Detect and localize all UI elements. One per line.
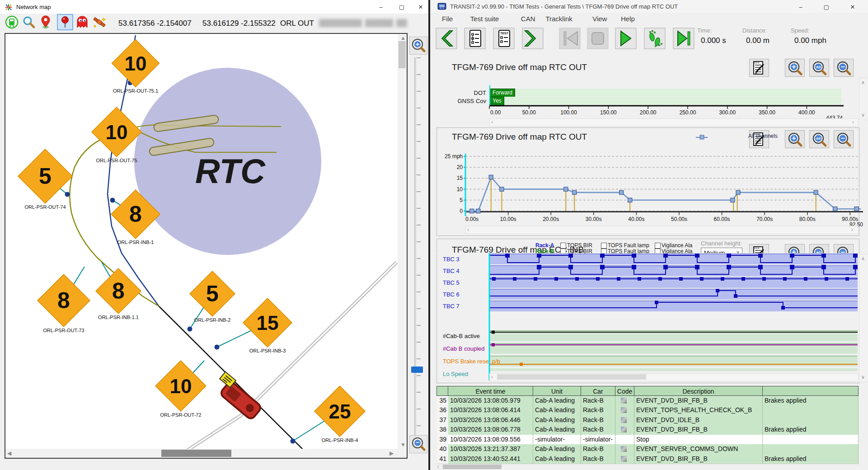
table-cell[interactable]: EVENT_TOPS_HEALTH_CHECK_OK_B: [634, 405, 763, 415]
panel1-edit-button[interactable]: [749, 59, 769, 77]
menu-item-tracklink[interactable]: Tracklink: [545, 15, 572, 23]
back-test-button[interactable]: [436, 28, 457, 49]
panel1-scroll-left-icon[interactable]: ‹: [491, 119, 493, 125]
table-cell[interactable]: Brakes applied: [763, 454, 859, 464]
map-scroll-down-icon[interactable]: ▼: [400, 442, 406, 447]
map-zoom-out-button[interactable]: −: [409, 435, 427, 453]
network-map-canvas[interactable]: RTC10ORL-PSR-OUT-75.110ORL-PSR-OUT-755OR…: [5, 34, 398, 449]
table-cell[interactable]: [763, 415, 859, 425]
table-cell[interactable]: 10/03/2026 13:08:06.778: [448, 425, 533, 434]
table-cell[interactable]: Cab-A leading: [533, 415, 581, 425]
map-zoom-slider[interactable]: [408, 57, 428, 432]
table-cell[interactable]: Rack-B: [581, 405, 615, 415]
panel1-scroll-right-icon[interactable]: ›: [852, 119, 854, 125]
panel2-scroll-left-icon[interactable]: ‹: [467, 226, 469, 233]
panel3-hscroll-thumb[interactable]: [497, 374, 646, 380]
table-cell[interactable]: Cab-A leading: [533, 396, 581, 405]
table-cell[interactable]: Cab-A leading: [533, 454, 581, 464]
table-cell[interactable]: [615, 435, 634, 444]
right-maximize-button[interactable]: ▢: [820, 4, 833, 10]
speed-sign-ORL-PSR-OUT-74[interactable]: 5ORL-PSR-OUT-74: [18, 149, 72, 210]
left-minimize-button[interactable]: –: [374, 4, 388, 10]
map-vscroll-thumb[interactable]: [399, 41, 406, 68]
map-scroll-right-icon[interactable]: ▶: [389, 451, 394, 456]
panel3-vscrollbar[interactable]: [859, 254, 868, 382]
table-cell[interactable]: EVENT_DVD_BIR_FB_B: [634, 425, 763, 434]
map-hscroll-thumb[interactable]: [161, 450, 231, 457]
table-cell[interactable]: Rack-B: [581, 444, 615, 454]
forward-test-button[interactable]: [522, 28, 543, 49]
panel1-hscrollbar[interactable]: [489, 118, 859, 127]
location-pin-button[interactable]: [39, 15, 53, 29]
table-cell[interactable]: Cab-A leading: [533, 444, 581, 454]
map-scroll-up-icon[interactable]: ▲: [400, 35, 406, 41]
checkbox-rack-a-vigilance-ala[interactable]: [655, 243, 661, 249]
table-cell[interactable]: EVENT_DVD_BIR_FB_B: [634, 396, 763, 405]
panel1-zoom-in-button[interactable]: +: [785, 59, 805, 77]
pushpin-button[interactable]: [58, 15, 72, 29]
table-cell[interactable]: Rack-B: [581, 425, 615, 434]
table-cell[interactable]: Cab-A leading: [533, 405, 581, 415]
panel2-hscrollbar[interactable]: [465, 226, 859, 234]
speed-sign-ORL-PSR-INB-3[interactable]: 15ORL-PSR-INB-3: [243, 298, 292, 353]
map-search-button[interactable]: [22, 15, 36, 29]
ghost-button[interactable]: [75, 15, 89, 29]
table-cell[interactable]: [763, 405, 859, 415]
panel3-scroll-up-icon[interactable]: ∧: [861, 256, 865, 262]
map-zoom-slider-thumb[interactable]: [411, 367, 423, 373]
left-close-button[interactable]: ✕: [414, 4, 427, 10]
satellite-button[interactable]: [92, 15, 107, 29]
table-cell[interactable]: [615, 454, 634, 464]
table-cell[interactable]: 10/03/2026 13:21:37.387: [448, 444, 533, 454]
map-viewport[interactable]: RTC10ORL-PSR-OUT-75.110ORL-PSR-OUT-755OR…: [5, 33, 408, 459]
test-list-button[interactable]: TEST: [493, 28, 514, 49]
table-cell[interactable]: [615, 396, 634, 405]
table-cell[interactable]: Rack-B: [581, 454, 615, 464]
test-suite-list-button[interactable]: [464, 28, 485, 49]
table-cell[interactable]: Cab-A leading: [533, 425, 581, 434]
speed-sign-ORL-PSR-INB-4[interactable]: 25ORL-PSR-INB-4: [314, 386, 365, 443]
table-cell[interactable]: [615, 415, 634, 425]
table-hscroll-thumb[interactable]: [443, 465, 502, 469]
table-cell[interactable]: [763, 444, 859, 454]
table-cell[interactable]: Stop: [634, 435, 763, 444]
table-cell[interactable]: 10/03/2026 13:08:06.446: [448, 415, 533, 425]
menu-item-can[interactable]: CAN: [521, 15, 535, 23]
speed-sign-ORL-PSR-OUT-75[interactable]: 10ORL-PSR-OUT-75: [92, 107, 141, 163]
menu-item-help[interactable]: Help: [621, 15, 635, 23]
table-cell[interactable]: EVENT_SERVER_COMMS_DOWN: [634, 444, 763, 454]
panel1-scroll-up-icon[interactable]: ∧: [861, 80, 865, 85]
speed-sign-ORL-PSR-INB-2[interactable]: 5ORL-PSR-INB-2: [190, 271, 235, 323]
speed-sign-ORL-PSR-OUT-75.1[interactable]: 10ORL-PSR-OUT-75.1: [112, 40, 160, 94]
table-scroll-left-icon[interactable]: ‹: [437, 464, 439, 469]
right-close-button[interactable]: ✕: [846, 4, 859, 10]
panel3-scroll-left-icon[interactable]: ‹: [491, 374, 493, 380]
table-cell[interactable]: [615, 405, 634, 415]
menu-item-view[interactable]: View: [592, 15, 607, 23]
walk-button[interactable]: [644, 28, 665, 49]
map-zoom-in-button[interactable]: +: [409, 37, 427, 55]
table-cell[interactable]: [763, 435, 859, 444]
panel1-zoom-all-button[interactable]: All: [809, 59, 829, 77]
table-cell[interactable]: -simulator-: [533, 435, 581, 444]
step-forward-button[interactable]: [673, 28, 694, 49]
table-cell[interactable]: Brakes applied: [763, 425, 859, 434]
table-cell[interactable]: EVENT_DVD_BIR_FB_B: [634, 454, 763, 464]
table-cell[interactable]: 10/03/2026 13:40:52.441: [448, 454, 533, 464]
checkbox-rack-a-tops-fault-lamp[interactable]: [601, 243, 607, 249]
table-cell[interactable]: [615, 444, 634, 454]
table-cell[interactable]: EVENT_DVD_IDLE_B: [634, 415, 763, 425]
table-cell[interactable]: Brakes applied: [763, 396, 859, 405]
panel3-scroll-down-icon[interactable]: ∨: [861, 374, 865, 380]
panel2-scroll-right-icon[interactable]: ›: [851, 226, 853, 233]
table-cell[interactable]: -simulator-: [581, 435, 615, 444]
panel1-scroll-down-icon[interactable]: ∨: [861, 112, 865, 118]
table-cell[interactable]: 10/03/2026 13:08:09.556: [448, 435, 533, 444]
map-vscrollbar[interactable]: ▲ ▼: [398, 34, 407, 458]
map-hscrollbar[interactable]: ◀ ▶: [5, 449, 398, 458]
vehicle-button[interactable]: [5, 15, 19, 29]
go-to-start-button[interactable]: [559, 28, 580, 49]
stop-button[interactable]: [587, 28, 608, 49]
speed-sign-ORL-PSR-OUT-73[interactable]: 8ORL-PSR-OUT-73: [38, 274, 90, 333]
speed-sign-ORL-PSR-OUT-72[interactable]: 10ORL-PSR-OUT-72: [155, 361, 206, 418]
